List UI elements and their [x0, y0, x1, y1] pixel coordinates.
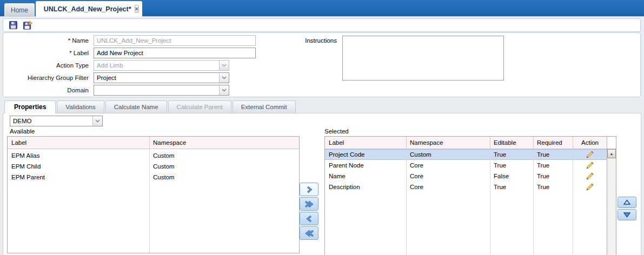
move-all-right-button[interactable]	[300, 197, 318, 211]
chevron-down-icon	[219, 61, 229, 70]
available-table-header: Label Namespace	[8, 137, 299, 149]
tab-external-commit[interactable]: External Commit	[233, 100, 296, 113]
move-right-button[interactable]	[300, 183, 318, 196]
column-header-editable[interactable]: Editable	[494, 137, 516, 149]
column-header-label[interactable]: Label	[11, 137, 26, 149]
cell-namespace: Custom	[410, 149, 488, 160]
cell-namespace: Core	[410, 171, 488, 182]
table-row[interactable]: Project CodeCustomTrueTrue	[325, 149, 607, 160]
triangle-down-icon	[623, 212, 631, 218]
cell-editable: True	[494, 182, 532, 192]
save-as-icon	[23, 21, 32, 30]
cell-action[interactable]	[573, 182, 607, 192]
chevron-down-icon	[219, 73, 229, 83]
instructions-textarea[interactable]	[342, 36, 504, 80]
node-type-clipboard-icon	[40, 5, 41, 14]
edit-pencil-icon[interactable]	[586, 183, 594, 191]
active-tab-title: UNLCK_Add_New_Project*	[44, 5, 131, 13]
tab-validations[interactable]: Validations	[57, 100, 104, 113]
cell-editable: False	[494, 171, 532, 182]
domain-select[interactable]	[94, 85, 229, 96]
column-header-required[interactable]: Required	[537, 137, 562, 149]
column-header-namespace[interactable]: Namespace	[410, 137, 443, 149]
selected-table-scrollbar[interactable]: ▲	[607, 137, 616, 255]
edit-pencil-icon[interactable]	[586, 150, 594, 159]
edit-pencil-icon[interactable]	[586, 172, 594, 180]
cell-label: Name	[329, 171, 404, 182]
action-type-select[interactable]: Add Limb	[94, 60, 229, 71]
cell-label: Description	[329, 182, 404, 192]
chevron-down-icon	[92, 116, 102, 126]
cell-action[interactable]	[573, 171, 607, 182]
cell-namespace: Core	[410, 182, 488, 192]
cell-namespace: Core	[410, 160, 488, 171]
column-header-namespace[interactable]: Namespace	[153, 137, 186, 149]
available-title: Available	[10, 128, 35, 135]
action-form-panel: * Name * Label Action Type Add Limb Hier…	[3, 32, 641, 97]
cell-editable: True	[494, 160, 532, 171]
scrollbar-track[interactable]	[607, 158, 616, 255]
name-input[interactable]	[94, 35, 256, 46]
move-left-button[interactable]	[300, 212, 318, 225]
cell-required: True	[537, 160, 571, 171]
selected-table: Label Namespace Editable Required Action…	[324, 136, 616, 255]
cell-label: EPM Parent	[11, 172, 147, 183]
cell-label: Parent Node	[329, 160, 404, 171]
cell-label: EPM Child	[11, 161, 147, 172]
table-row[interactable]: DescriptionCoreTrueTrue	[325, 182, 607, 192]
domain-label: Domain	[3, 85, 89, 96]
window-tab-active[interactable]: UNLCK_Add_New_Project* ×	[36, 1, 142, 17]
scroll-up-icon[interactable]: ▲	[607, 149, 616, 158]
cell-label: EPM Alias	[11, 150, 147, 161]
save-icon	[9, 21, 18, 30]
move-down-button[interactable]	[618, 209, 636, 220]
action-type-label: Action Type	[3, 60, 89, 71]
table-row[interactable]: Parent NodeCoreTrueTrue	[325, 160, 607, 171]
label-input[interactable]	[94, 48, 256, 58]
column-header-label[interactable]: Label	[329, 137, 344, 149]
column-header-action[interactable]: Action	[573, 137, 607, 149]
cell-editable: True	[494, 149, 532, 160]
tab-calculate-name[interactable]: Calculate Name	[105, 100, 167, 113]
table-row[interactable]: NameCoreFalseTrue	[325, 171, 607, 182]
scrollbar-header-spacer	[607, 137, 616, 149]
close-tab-icon[interactable]: ×	[135, 5, 139, 13]
property-category-select[interactable]: DEMO	[10, 116, 103, 126]
instructions-label: Instructions	[252, 37, 337, 44]
cell-required: True	[537, 182, 571, 192]
cell-label: Project Code	[329, 149, 404, 160]
triangle-up-icon	[623, 199, 631, 205]
cell-namespace: Custom	[153, 172, 294, 183]
cell-required: True	[537, 149, 571, 160]
available-table-body: EPM AliasCustomEPM ChildCustomEPM Parent…	[8, 149, 299, 253]
subtab-strip: Properties Validations Calculate Name Ca…	[4, 100, 296, 113]
edit-pencil-icon[interactable]	[586, 161, 594, 170]
table-row[interactable]: EPM AliasCustom	[8, 150, 299, 161]
cell-action[interactable]	[573, 149, 607, 160]
hierarchy-group-filter-value: Project	[94, 75, 219, 81]
selected-table-body: Project CodeCustomTrueTrue Parent NodeCo…	[325, 149, 607, 255]
label-label: * Label	[3, 48, 89, 58]
cell-action[interactable]	[573, 160, 607, 171]
name-label: * Name	[3, 35, 89, 46]
save-as-button[interactable]	[23, 21, 32, 30]
table-row[interactable]: EPM ChildCustom	[8, 161, 299, 172]
action-type-value: Add Limb	[94, 62, 219, 69]
chevron-down-icon	[219, 85, 229, 95]
move-all-left-button[interactable]	[300, 226, 318, 240]
table-row[interactable]: EPM ParentCustom	[8, 172, 299, 183]
property-category-value: DEMO	[10, 118, 92, 124]
cell-required: True	[537, 171, 571, 182]
cell-namespace: Custom	[153, 150, 294, 161]
window-tab-home[interactable]: Home	[4, 3, 35, 17]
available-table: Label Namespace EPM AliasCustomEPM Child…	[7, 136, 300, 253]
save-button[interactable]	[8, 21, 18, 30]
move-up-button[interactable]	[618, 197, 636, 208]
hierarchy-group-filter-label: Hierarchy Group Filter	[3, 72, 89, 83]
tab-properties[interactable]: Properties	[4, 100, 56, 113]
toolbar	[3, 18, 641, 32]
tab-calculate-parent: Calculate Parent	[168, 100, 231, 113]
hierarchy-group-filter-select[interactable]: Project	[94, 72, 229, 83]
window-tab-bar: Home UNLCK_Add_New_Project* ×	[0, 0, 644, 17]
selected-table-header: Label Namespace Editable Required Action	[325, 137, 607, 149]
